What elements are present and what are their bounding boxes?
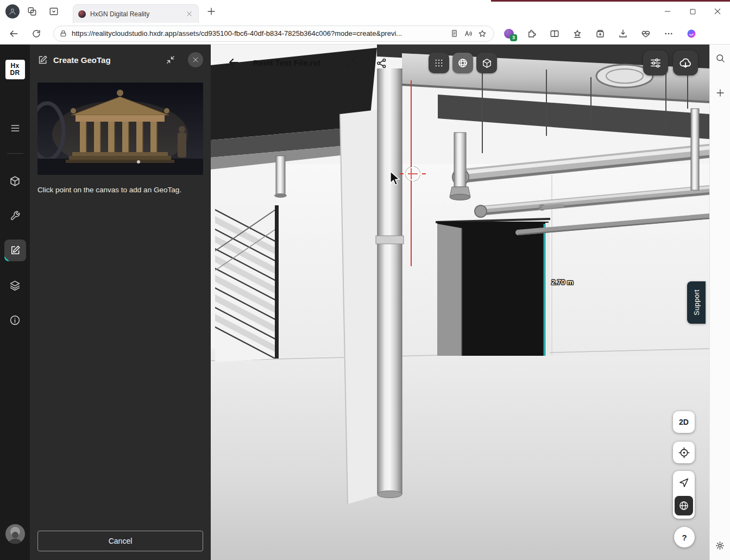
panel-title: Create GeoTag [53, 55, 111, 65]
hamburger-menu-icon[interactable] [4, 117, 26, 139]
measurement-label: 2.70 m [551, 278, 573, 286]
profile-badge: 3 [510, 34, 517, 41]
viewer-file-name: Revit Test File.rvt [253, 52, 320, 73]
rail-divider [7, 153, 23, 154]
close-panel-icon[interactable] [188, 52, 203, 67]
panel-header: Create GeoTag [30, 45, 211, 75]
rail-tools [4, 170, 26, 331]
toolbar-icons: 3 [500, 25, 701, 42]
tools-icon [10, 210, 21, 221]
extensions-icon[interactable] [523, 25, 541, 42]
info-icon [9, 314, 21, 326]
browser-side-strip [709, 45, 730, 560]
create-geotag-panel: Create GeoTag [30, 45, 211, 560]
tab-favicon [78, 10, 86, 18]
model-mode-icon[interactable] [476, 53, 497, 73]
sidebar-item-info[interactable] [4, 309, 26, 331]
user-avatar[interactable] [5, 524, 25, 544]
page-actions-icon[interactable] [447, 27, 461, 41]
toggle-2d-button[interactable]: 2D [673, 411, 695, 433]
browser-profile-switch-icon[interactable]: 3 [500, 25, 518, 42]
favorite-star-icon[interactable] [475, 27, 489, 41]
read-aloud-icon[interactable] [461, 27, 475, 41]
lock-icon [59, 29, 67, 37]
geotag-edit-icon [10, 245, 21, 256]
view-mode-switcher [429, 53, 497, 73]
panorama-mode-icon[interactable] [452, 53, 473, 73]
workspaces-icon[interactable] [23, 2, 41, 21]
viewer-canvas[interactable]: Revit Test File.rvt [211, 45, 709, 560]
hxdr-logo[interactable]: Hx DR [5, 60, 25, 79]
close-window-button[interactable] [705, 0, 730, 23]
url-text: https://realitycloudstudio.hxdr.app/asse… [72, 29, 447, 37]
sidebar-search-icon[interactable] [712, 50, 728, 66]
globe-icon[interactable] [675, 496, 693, 515]
edit-icon [37, 55, 48, 65]
gear-icon[interactable] [712, 537, 728, 553]
browser-titlebar: HxGN Digital Reality [0, 0, 730, 23]
browser-profile-avatar[interactable] [5, 4, 20, 18]
display-settings-icon[interactable] [643, 51, 668, 75]
orient-arrow-icon[interactable] [673, 471, 695, 495]
collections-icon[interactable] [591, 25, 609, 42]
sidebar-add-icon[interactable] [712, 85, 728, 101]
browser-tab[interactable]: HxGN Digital Reality [73, 4, 199, 23]
viewer-3d-scene[interactable] [211, 45, 709, 560]
layers-icon [9, 280, 21, 291]
back-nav-icon[interactable] [4, 24, 23, 43]
logo-line-2: DR [10, 70, 20, 77]
viewer-back-icon[interactable] [223, 52, 244, 73]
help-button[interactable]: ? [674, 527, 695, 548]
minimize-button[interactable] [655, 0, 680, 23]
app-icon-rail: Hx DR [0, 45, 30, 560]
share-icon[interactable] [370, 52, 392, 74]
collapse-panel-icon[interactable] [163, 52, 178, 67]
panel-instruction: Click point on the canvas to add an GeoT… [37, 186, 203, 194]
locate-icon[interactable] [673, 442, 695, 463]
window-accent-strip [491, 0, 730, 2]
app-root: Hx DR [0, 45, 730, 560]
split-screen-icon[interactable] [545, 25, 564, 42]
address-bar[interactable]: https://realitycloudstudio.hxdr.app/asse… [53, 26, 494, 42]
window-controls [655, 0, 730, 23]
sidebar-item-assets[interactable] [4, 170, 26, 192]
support-tab[interactable]: Support [687, 281, 706, 324]
support-label: Support [693, 290, 701, 316]
address-toolbar: https://realitycloudstudio.hxdr.app/asse… [0, 23, 730, 45]
downloads-icon[interactable] [614, 25, 632, 42]
navigation-group [673, 471, 695, 519]
new-tab-button[interactable] [203, 3, 219, 20]
browser-essentials-icon[interactable] [637, 25, 655, 42]
cloud-download-icon[interactable] [673, 51, 698, 75]
refresh-icon[interactable] [27, 24, 46, 43]
copilot-icon[interactable] [682, 25, 701, 42]
avatar-silhouette [7, 532, 23, 544]
pointcloud-mode-icon[interactable] [429, 53, 449, 73]
magic-wand-icon[interactable] [340, 52, 362, 74]
tab-title: HxGN Digital Reality [90, 10, 184, 18]
maximize-button[interactable] [680, 0, 705, 23]
cube-icon [9, 175, 21, 187]
sidebar-item-layers[interactable] [4, 274, 26, 296]
sidebar-item-create-geotag[interactable] [4, 240, 26, 261]
tab-actions-icon[interactable] [45, 2, 63, 21]
sidebar-item-tools[interactable] [4, 205, 26, 226]
favorites-hub-icon[interactable] [568, 25, 587, 42]
tab-close-icon[interactable] [184, 9, 194, 19]
settings-more-icon[interactable] [659, 25, 678, 42]
browser-window: HxGN Digital Reality https://realityclou… [0, 0, 730, 560]
person-icon [8, 7, 17, 16]
geotag-preview-image [37, 83, 203, 175]
cancel-button[interactable]: Cancel [37, 531, 203, 551]
